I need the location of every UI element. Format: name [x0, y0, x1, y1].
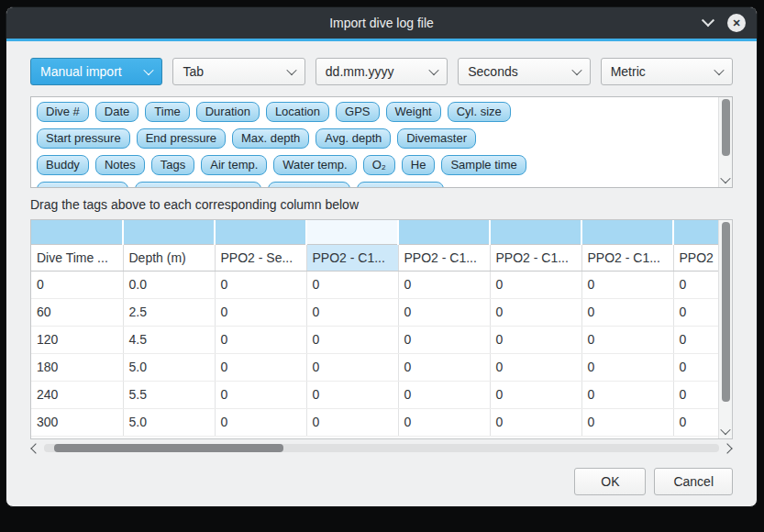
field-tag[interactable]: End pressure — [137, 128, 226, 149]
field-tag[interactable]: Date — [95, 102, 138, 122]
field-tag[interactable]: Cyl. size — [448, 102, 511, 122]
table-cell: 0 — [673, 271, 718, 298]
field-tag[interactable]: Start pressure — [37, 128, 130, 149]
table-cell: 0 — [306, 408, 398, 436]
duration-format-combo[interactable]: Seconds — [458, 58, 590, 85]
titlebar-controls — [703, 7, 746, 39]
field-tag[interactable]: Sample pO₂ — [268, 182, 350, 187]
field-tag[interactable]: Sample depth — [37, 182, 128, 187]
table-cell: 0 — [398, 408, 490, 436]
chevron-left-icon[interactable] — [30, 443, 40, 453]
column-drop-row — [31, 220, 718, 244]
table-vscrollbar[interactable] — [718, 220, 732, 438]
column-header-row: Dive Time ...Depth (m)PPO2 - Se...PPO2 -… — [31, 244, 718, 271]
table-cell: 0 — [490, 353, 581, 381]
field-separator-combo[interactable]: Tab — [172, 58, 304, 85]
table-cell: 0 — [673, 353, 718, 381]
field-tag[interactable]: GPS — [336, 102, 379, 122]
table-cell: 0 — [215, 353, 306, 381]
scrollbar-track[interactable] — [44, 444, 719, 452]
import-options-row: Manual importTabdd.mm.yyyySecondsMetric — [30, 58, 733, 85]
table-cell: 0 — [215, 271, 306, 298]
field-tag[interactable]: Sample CNS — [357, 182, 444, 187]
chevron-down-icon[interactable] — [720, 173, 730, 183]
field-tag[interactable]: Sample time — [441, 155, 526, 175]
tag-row: Start pressureEnd pressureMax. depthAvg.… — [37, 128, 713, 149]
table-cell: 0 — [215, 381, 306, 408]
column-drop-target[interactable] — [215, 220, 306, 244]
table-cell: 180 — [31, 353, 123, 381]
field-tag[interactable]: Weight — [386, 102, 441, 122]
table-cell: 0.0 — [123, 271, 215, 298]
chevron-down-icon[interactable] — [720, 425, 730, 435]
import-mode-combo[interactable]: Manual import — [30, 58, 162, 85]
scrollbar-thumb[interactable] — [54, 444, 283, 452]
table-cell: 4.5 — [123, 326, 215, 353]
ok-button[interactable]: OK — [574, 468, 646, 495]
field-tag[interactable]: Max. depth — [232, 128, 309, 149]
column-header: PPO2 - C1... — [490, 244, 581, 271]
table-cell: 120 — [31, 326, 123, 353]
field-tag[interactable]: Duration — [196, 102, 260, 122]
table-cell: 5.5 — [123, 381, 215, 408]
field-tag[interactable]: Tags — [151, 155, 194, 175]
close-button[interactable] — [727, 14, 746, 32]
combo-value: Metric — [611, 64, 646, 79]
field-tag[interactable]: Location — [266, 102, 329, 122]
column-drop-target[interactable] — [123, 220, 215, 244]
column-drop-target[interactable] — [490, 220, 581, 244]
chevron-down-icon — [286, 65, 296, 75]
tag-pool-scrollbar[interactable] — [718, 97, 732, 187]
column-drop-target[interactable] — [31, 220, 123, 244]
column-drop-target[interactable] — [306, 220, 398, 244]
table-cell: 240 — [31, 381, 123, 408]
field-tag[interactable]: Time — [145, 102, 189, 122]
units-combo[interactable]: Metric — [601, 58, 733, 85]
table-hscrollbar[interactable] — [30, 441, 733, 455]
table-cell: 0 — [398, 326, 490, 353]
field-tag[interactable]: Avg. depth — [316, 128, 391, 149]
column-drop-target[interactable] — [398, 220, 490, 244]
table-row: 00.0000000 — [31, 271, 718, 298]
titlebar[interactable]: Import dive log file — [6, 7, 757, 39]
field-tag[interactable]: Divemaster — [397, 128, 476, 149]
table-cell: 0 — [398, 353, 490, 381]
table-cell: 0 — [490, 408, 581, 436]
field-tag[interactable]: He — [402, 155, 436, 175]
table-cell: 0 — [31, 271, 123, 298]
field-tag[interactable]: Air temp. — [201, 155, 267, 175]
field-tag[interactable]: Notes — [95, 155, 145, 175]
table-row: 1805.0000000 — [31, 353, 718, 381]
tag-rows: Dive #DateTimeDurationLocationGPSWeightC… — [31, 97, 718, 187]
table-cell: 0 — [215, 326, 306, 353]
table-cell: 0 — [490, 298, 581, 326]
table-row: 2405.5000000 — [31, 381, 718, 408]
column-drop-target[interactable] — [673, 220, 718, 244]
table-cell: 0 — [581, 326, 673, 353]
table-row: 602.5000000 — [31, 298, 718, 326]
table-cell: 60 — [31, 298, 123, 326]
table-cell: 0 — [398, 271, 490, 298]
table-cell: 0 — [306, 298, 398, 326]
table-cell: 5.0 — [123, 408, 215, 436]
tag-row: BuddyNotesTagsAir temp.Water temp.O₂HeSa… — [37, 155, 713, 175]
table-cell: 2.5 — [123, 298, 215, 326]
field-tag[interactable]: O₂ — [363, 155, 395, 175]
chevron-down-icon[interactable] — [702, 14, 714, 27]
chevron-down-icon — [714, 65, 724, 75]
chevron-right-icon[interactable] — [722, 443, 732, 453]
table-cell: 0 — [215, 298, 306, 326]
field-tag[interactable]: Sample temperature — [135, 182, 261, 187]
scrollbar-thumb[interactable] — [722, 99, 730, 156]
column-header: PPO2 - Se... — [215, 244, 306, 271]
column-drop-target[interactable] — [581, 220, 673, 244]
date-format-combo[interactable]: dd.mm.yyyy — [316, 58, 448, 85]
field-tag[interactable]: Dive # — [37, 102, 89, 122]
column-header: Dive Time ... — [31, 244, 123, 271]
field-tag[interactable]: Buddy — [37, 155, 89, 175]
field-tag[interactable]: Water temp. — [273, 155, 356, 175]
cancel-button[interactable]: Cancel — [654, 468, 733, 495]
table-cell: 0 — [673, 298, 718, 326]
column-header: Depth (m) — [123, 244, 215, 271]
scrollbar-thumb[interactable] — [722, 222, 730, 402]
